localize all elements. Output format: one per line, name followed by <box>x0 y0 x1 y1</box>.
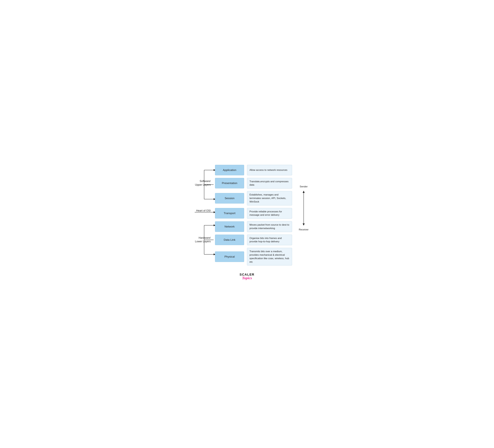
heart-label: Heart of OSI <box>196 209 211 212</box>
right-col: Sender Receiver <box>296 185 311 231</box>
application-desc: Allow access to network resources <box>247 165 292 175</box>
transport-row: Transport Provide reliable processes for… <box>215 208 292 219</box>
presentation-row: Presentation Translate,encrypts and comp… <box>215 178 292 189</box>
branding: SCALER Topics <box>182 273 312 280</box>
session-box: Session <box>215 193 244 204</box>
receiver-label: Receiver <box>299 228 309 231</box>
brand-topics: Topics <box>182 276 312 280</box>
hardware-label: Hardware/ Lower Layers <box>195 236 211 243</box>
svg-marker-16 <box>303 223 305 226</box>
application-row: Application Allow access to network reso… <box>215 165 292 175</box>
physical-box: Physical <box>215 252 244 262</box>
application-box: Application <box>215 165 244 175</box>
datalink-box: Data Link <box>215 235 244 245</box>
physical-row: Physical Transmits bits over a medium, p… <box>215 248 292 265</box>
presentation-desc: Translate,encrypts and compresses data <box>247 178 292 189</box>
presentation-box: Presentation <box>215 178 244 188</box>
network-box: Network <box>215 221 244 232</box>
sender-receiver-arrow <box>301 189 306 227</box>
session-desc: Establishes, manages and terminates sess… <box>247 191 292 205</box>
software-label: Software/ Upper Layers <box>195 179 211 187</box>
sender-label: Sender <box>300 185 308 188</box>
network-desc: Moves packet from source to dest to prov… <box>247 221 292 232</box>
transport-desc: Provide reliable processes for message a… <box>247 208 292 219</box>
transport-box: Transport <box>215 208 244 218</box>
layers-col: Application Allow access to network reso… <box>215 165 292 266</box>
datalink-row: Data Link Organise bits into frames and … <box>215 235 292 245</box>
session-row: Session Establishes, manages and termina… <box>215 191 292 205</box>
network-row: Network Moves packet from source to dest… <box>215 221 292 232</box>
diagram-container: Software/ Upper Layers Heart of OSI Hard… <box>182 159 312 289</box>
physical-desc: Transmits bits over a medium, provides m… <box>247 248 292 265</box>
svg-marker-14 <box>303 191 305 193</box>
datalink-desc: Organise bits into frames and provide ho… <box>247 235 292 245</box>
